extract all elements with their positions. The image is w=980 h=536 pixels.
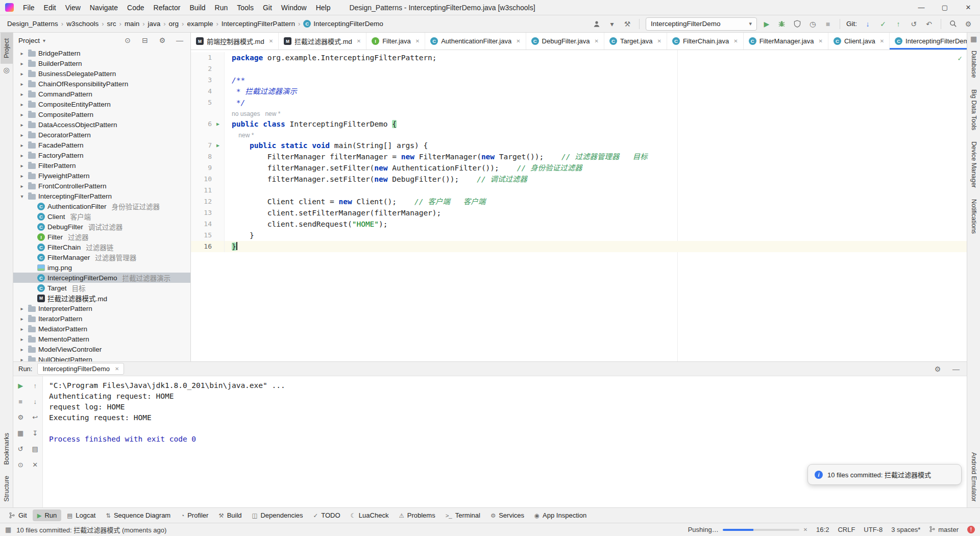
- editor-tab[interactable]: CFilterManager.java✕: [744, 33, 828, 50]
- project-view-selector[interactable]: Project: [18, 37, 40, 44]
- clear-all-icon[interactable]: ✕: [30, 459, 40, 470]
- tool-window-button-git[interactable]: Git: [4, 509, 32, 521]
- notification-balloon[interactable]: i 10 files committed: 拦截过滤器模式: [807, 464, 962, 485]
- close-button[interactable]: ✕: [957, 0, 980, 15]
- tree-item[interactable]: ▸ModelViewController: [13, 344, 190, 354]
- editor-tab[interactable]: CInterceptingFilterDemo.java✕: [890, 33, 967, 50]
- profiler-button[interactable]: ◷: [807, 18, 818, 30]
- tree-item[interactable]: ▸CompositeEntityPattern: [13, 99, 190, 109]
- search-icon[interactable]: [947, 18, 959, 30]
- chevron-right-icon[interactable]: ▸: [18, 326, 26, 332]
- close-tab-icon[interactable]: ✕: [269, 38, 273, 44]
- push-icon[interactable]: ↑: [893, 18, 904, 30]
- profile-icon[interactable]: [591, 18, 602, 30]
- close-icon[interactable]: ✕: [115, 366, 119, 372]
- chevron-right-icon[interactable]: ▸: [18, 163, 26, 168]
- tool-window-button-problems[interactable]: ⚠Problems: [394, 509, 439, 521]
- close-tab-icon[interactable]: ✕: [357, 38, 361, 44]
- close-tab-icon[interactable]: ✕: [516, 38, 520, 44]
- menu-build[interactable]: Build: [185, 0, 210, 15]
- breadcrumb-item[interactable]: CInterceptingFilterDemo: [302, 20, 384, 28]
- project-tree[interactable]: ▸BridgePattern▸BuilderPattern▸BusinessDe…: [13, 48, 190, 361]
- chevron-right-icon[interactable]: ▸: [18, 51, 26, 56]
- tree-item[interactable]: ▸InterpreterPattern: [13, 303, 190, 313]
- run-line-icon[interactable]: ▶: [214, 140, 222, 151]
- gutter[interactable]: 7▶: [191, 140, 225, 151]
- status-widget-3-spaces-[interactable]: 3 spaces*: [891, 526, 920, 533]
- gutter[interactable]: 11: [191, 185, 225, 196]
- menu-help[interactable]: Help: [311, 0, 335, 15]
- quick-tools-icon[interactable]: ⚒: [622, 18, 633, 30]
- breadcrumb-item[interactable]: w3schools: [65, 20, 100, 28]
- tool-window-switcher-icon[interactable]: ▦: [5, 526, 11, 533]
- up-stack-trace-icon[interactable]: ↑: [30, 380, 40, 391]
- stop-icon[interactable]: ■: [15, 396, 26, 406]
- editor-tab[interactable]: CAuthenticationFilter.java✕: [425, 33, 526, 50]
- gutter[interactable]: 15: [191, 230, 225, 241]
- chevron-right-icon[interactable]: ▸: [18, 91, 26, 97]
- settings-icon[interactable]: ⚙: [932, 363, 943, 375]
- status-widget-crlf[interactable]: CRLF: [838, 526, 855, 533]
- breadcrumb-item[interactable]: org: [168, 20, 180, 28]
- close-tab-icon[interactable]: ✕: [415, 38, 420, 44]
- gutter[interactable]: 2: [191, 63, 225, 75]
- tree-item[interactable]: CClient客户端: [13, 211, 190, 222]
- menu-edit[interactable]: Edit: [39, 0, 61, 15]
- breadcrumb-item[interactable]: src: [106, 20, 117, 28]
- minimize-button[interactable]: —: [910, 0, 933, 15]
- editor-tab[interactable]: CClient.java✕: [828, 33, 890, 50]
- editor-tab[interactable]: IFilter.java✕: [366, 33, 425, 50]
- chevron-right-icon[interactable]: ▸: [18, 142, 26, 148]
- menu-window[interactable]: Window: [277, 0, 311, 15]
- tool-window-button-todo[interactable]: ✓TODO: [309, 509, 345, 521]
- chevron-right-icon[interactable]: ▸: [18, 347, 26, 352]
- chevron-right-icon[interactable]: ▸: [18, 173, 26, 179]
- restore-layout-icon[interactable]: ▦: [15, 428, 26, 438]
- gutter[interactable]: 6▶: [191, 118, 225, 130]
- run-line-icon[interactable]: ▶: [214, 118, 222, 130]
- tool-window-button-terminal[interactable]: >_Terminal: [441, 509, 485, 521]
- chevron-right-icon[interactable]: ▸: [18, 122, 26, 128]
- tool-stripe-project[interactable]: Project: [1, 33, 13, 64]
- close-tab-icon[interactable]: ✕: [595, 38, 599, 44]
- tool-stripe-bookmarks[interactable]: Bookmarks: [1, 427, 13, 471]
- close-tab-icon[interactable]: ✕: [880, 38, 884, 44]
- gutter[interactable]: 13: [191, 207, 225, 218]
- editor-tab[interactable]: M拦截过滤器模式.md✕: [279, 33, 366, 50]
- edit-configuration-icon[interactable]: ⚙: [15, 412, 26, 422]
- run-button[interactable]: ▶: [761, 18, 772, 30]
- tree-item[interactable]: CTarget目标: [13, 283, 190, 293]
- tree-item[interactable]: ▸FacadePattern: [13, 140, 190, 150]
- tree-item[interactable]: ▾InterceptingFilterPattern: [13, 191, 190, 201]
- tree-item[interactable]: M拦截过滤器模式.md: [13, 293, 190, 303]
- menu-git[interactable]: Git: [258, 0, 277, 15]
- chevron-right-icon[interactable]: ▸: [18, 81, 26, 87]
- settings-icon[interactable]: ⚙: [157, 34, 168, 46]
- editor-tab[interactable]: M前端控制器模式.md✕: [191, 33, 279, 50]
- close-tab-icon[interactable]: ✕: [733, 38, 738, 44]
- tool-stripe-database[interactable]: Database: [968, 45, 980, 84]
- tree-item[interactable]: ▸ChainOfResponsibilityPattern: [13, 79, 190, 89]
- tree-item[interactable]: CAuthenticationFilter身份验证过滤器: [13, 201, 190, 211]
- tool-window-button-luacheck[interactable]: ☾LuaCheck: [346, 509, 394, 521]
- menu-code[interactable]: Code: [122, 0, 149, 15]
- tool-window-button-run[interactable]: ▶Run: [33, 509, 62, 521]
- gutter[interactable]: 3: [191, 75, 225, 86]
- code-editor[interactable]: ✓ 1package org.example.InterceptingFilte…: [191, 50, 967, 361]
- commit-tool-icon[interactable]: ◎: [1, 64, 12, 76]
- debug-button[interactable]: [776, 18, 788, 30]
- chevron-right-icon[interactable]: ▸: [18, 61, 26, 66]
- tool-stripe-notifications[interactable]: Notifications: [968, 193, 980, 239]
- editor-tab[interactable]: CFilterChain.java✕: [667, 33, 744, 50]
- chevron-right-icon[interactable]: ▸: [18, 336, 26, 342]
- down-stack-trace-icon[interactable]: ↓: [30, 396, 40, 406]
- run-tab[interactable]: InterceptingFilterDemo ✕: [37, 363, 124, 375]
- build-tool-icon[interactable]: ▦: [968, 33, 979, 45]
- breadcrumb-item[interactable]: java: [146, 20, 161, 28]
- ide-error-icon[interactable]: !: [967, 526, 975, 533]
- tool-stripe-big-data-tools[interactable]: Big Data Tools: [968, 84, 980, 136]
- tree-item[interactable]: ▸CommandPattern: [13, 89, 190, 99]
- settings-icon[interactable]: ⚙: [963, 18, 974, 30]
- soft-wrap-icon[interactable]: ↩: [30, 412, 40, 422]
- hide-panel-icon[interactable]: —: [950, 363, 962, 375]
